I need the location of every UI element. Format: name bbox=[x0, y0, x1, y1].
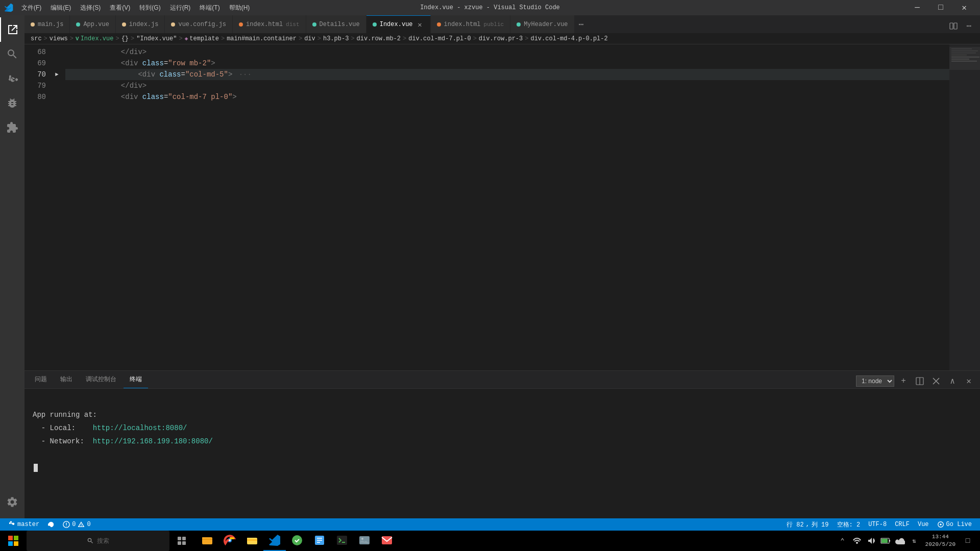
tab-index-html-dist[interactable]: index.html dist bbox=[233, 15, 306, 33]
terminal-network-url[interactable]: http://192.168.199.180:8080/ bbox=[93, 437, 213, 445]
taskbar-search-icon[interactable]: 搜索 bbox=[27, 531, 169, 551]
menu-select[interactable]: 选择(S) bbox=[76, 2, 105, 14]
breadcrumb-div-row-mb2[interactable]: div.row.mb-2 bbox=[357, 35, 401, 42]
menu-file[interactable]: 文件(F) bbox=[17, 2, 45, 14]
status-language[interactable]: Vue bbox=[914, 518, 933, 531]
taskbar-hidden-icons[interactable]: ⌃ bbox=[836, 531, 850, 551]
menu-view[interactable]: 查看(V) bbox=[106, 2, 134, 14]
panel-close-button[interactable]: ✕ bbox=[962, 374, 976, 388]
taskbar-start-button[interactable] bbox=[2, 531, 24, 551]
terminal-content[interactable]: App running at: - Local: http://localhos… bbox=[24, 389, 980, 518]
taskbar-notification[interactable]: □ bbox=[960, 531, 976, 551]
tab-details-vue[interactable]: Details.vue bbox=[306, 15, 366, 33]
kill-terminal-button[interactable] bbox=[929, 374, 943, 388]
status-spaces[interactable]: 空格: 2 bbox=[833, 518, 865, 531]
fold-arrow[interactable]: ► bbox=[55, 69, 65, 80]
tab-close-button[interactable]: ✕ bbox=[416, 20, 424, 29]
svg-rect-0 bbox=[950, 23, 953, 29]
breadcrumb-index-vue[interactable]: V Index.vue bbox=[76, 35, 113, 42]
activity-source-control[interactable] bbox=[0, 66, 24, 91]
svg-rect-43 bbox=[889, 540, 890, 542]
new-terminal-button[interactable]: + bbox=[896, 374, 911, 388]
taskbar-volume-icon[interactable] bbox=[864, 531, 878, 551]
tab-myheader-vue[interactable]: MyHeader.vue bbox=[510, 15, 574, 33]
taskbar-app-terminal[interactable] bbox=[331, 531, 353, 551]
status-line-ending[interactable]: CRLF bbox=[891, 518, 914, 531]
taskbar-app-mail[interactable] bbox=[376, 531, 398, 551]
code-editor[interactable]: 68 69 70 79 80 ► bbox=[24, 44, 980, 370]
vscode-icon bbox=[4, 3, 13, 12]
tab-vue-config-js[interactable]: vue.config.js bbox=[165, 15, 233, 33]
taskbar-network-icon[interactable] bbox=[850, 531, 864, 551]
terminal-local-url[interactable]: http://localhost:8080/ bbox=[93, 424, 187, 432]
tabs-overflow[interactable]: ⋯ bbox=[575, 15, 588, 33]
editor-area: main.js App.vue index.js vue.config.js i… bbox=[24, 15, 980, 518]
status-position[interactable]: 行 82, 列 19 bbox=[782, 518, 832, 531]
activity-explorer[interactable] bbox=[0, 17, 24, 42]
taskbar-app-green[interactable] bbox=[286, 531, 308, 551]
breadcrumb-div-col-md7-pl0[interactable]: div.col-md-7.pl-0 bbox=[408, 35, 471, 42]
taskbar-app-vscode[interactable] bbox=[263, 531, 286, 551]
taskbar-app-explorer2[interactable] bbox=[308, 531, 331, 551]
tab-main-js[interactable]: main.js bbox=[24, 15, 70, 33]
panel-tab-terminal[interactable]: 终端 bbox=[124, 370, 148, 388]
settings-icon[interactable] bbox=[0, 490, 24, 514]
menu-terminal[interactable]: 终端(T) bbox=[195, 2, 224, 14]
status-encoding[interactable]: UTF-8 bbox=[864, 518, 891, 531]
code-line-70: <div class="col-md-5"> ··· bbox=[65, 69, 949, 80]
breadcrumb-index-vue-str[interactable]: "Index.vue" bbox=[136, 35, 177, 42]
taskbar-app-chrome[interactable] bbox=[218, 531, 241, 551]
close-button[interactable]: ✕ bbox=[952, 0, 976, 15]
activity-search[interactable] bbox=[0, 42, 24, 66]
panel-tabs: 问题 输出 调试控制台 终端 1: node + bbox=[24, 371, 980, 389]
breadcrumb-div-row-pr3[interactable]: div.row.pr-3 bbox=[479, 35, 523, 42]
svg-rect-33 bbox=[247, 538, 251, 539]
minimize-button[interactable]: — bbox=[905, 0, 929, 15]
minimap[interactable] bbox=[949, 44, 980, 370]
panel-maximize-button[interactable]: ∧ bbox=[945, 374, 960, 388]
activity-debug[interactable] bbox=[0, 91, 24, 115]
code-lines[interactable]: </div> <div class="row mb-2"> <div class… bbox=[65, 44, 949, 370]
tab-label: index.js bbox=[129, 21, 159, 28]
breadcrumb-views[interactable]: views bbox=[50, 35, 68, 42]
menu-goto[interactable]: 转到(G) bbox=[135, 2, 164, 14]
breadcrumb-div-col-md4[interactable]: div.col-md-4.p-0.pl-2 bbox=[530, 35, 607, 42]
menu-run[interactable]: 运行(R) bbox=[166, 2, 195, 14]
taskbar-view-icon[interactable] bbox=[172, 531, 192, 551]
more-actions-button[interactable]: ⋯ bbox=[962, 19, 976, 33]
panel-controls: 1: node + ∧ ✕ bbox=[856, 374, 976, 388]
breadcrumb-div[interactable]: div bbox=[304, 35, 315, 42]
status-go-live-label: Go Live bbox=[946, 521, 972, 528]
status-go-live[interactable]: Go Live bbox=[933, 518, 976, 531]
breadcrumb-h3-pb3[interactable]: h3.pb-3 bbox=[323, 35, 349, 42]
taskbar-onedrive-icon[interactable] bbox=[893, 531, 907, 551]
breadcrumb-braces[interactable]: {} bbox=[121, 35, 129, 42]
svg-rect-27 bbox=[182, 541, 186, 545]
tab-index-html-public[interactable]: index.html public bbox=[431, 15, 511, 33]
activity-extensions[interactable] bbox=[0, 115, 24, 140]
menu-help[interactable]: 帮助(H) bbox=[225, 2, 254, 14]
terminal-select[interactable]: 1: node bbox=[856, 375, 894, 387]
split-editor-button[interactable] bbox=[946, 19, 961, 33]
taskbar-app-explorer[interactable] bbox=[196, 531, 218, 551]
panel-tab-output[interactable]: 输出 bbox=[54, 370, 79, 388]
taskbar-app-folder[interactable] bbox=[241, 531, 263, 551]
panel-tab-debug-console[interactable]: 调试控制台 bbox=[80, 370, 122, 388]
maximize-button[interactable]: □ bbox=[929, 0, 952, 15]
line-num-79: 79 bbox=[24, 80, 50, 91]
menu-edit[interactable]: 编辑(E) bbox=[46, 2, 75, 14]
breadcrumb-src[interactable]: src bbox=[31, 35, 42, 42]
split-terminal-button[interactable] bbox=[913, 374, 927, 388]
tab-app-vue[interactable]: App.vue bbox=[70, 15, 115, 33]
tab-index-js[interactable]: index.js bbox=[116, 15, 165, 33]
status-spaces-label: 空格: 2 bbox=[837, 520, 861, 529]
taskbar-battery-icon[interactable] bbox=[878, 531, 893, 551]
activity-settings[interactable] bbox=[0, 490, 24, 514]
taskbar-app-image[interactable] bbox=[353, 531, 376, 551]
taskbar-arrows-icon[interactable]: ⇅ bbox=[907, 531, 921, 551]
panel-tab-problems[interactable]: 问题 bbox=[29, 370, 53, 388]
breadcrumb-main-container[interactable]: main#main.container bbox=[227, 35, 297, 42]
breadcrumb-template[interactable]: ◈ template bbox=[185, 35, 219, 42]
taskbar-time[interactable]: 13:44 2020/5/20 bbox=[921, 533, 960, 549]
tab-index-vue[interactable]: Index.vue ✕ bbox=[366, 15, 431, 33]
